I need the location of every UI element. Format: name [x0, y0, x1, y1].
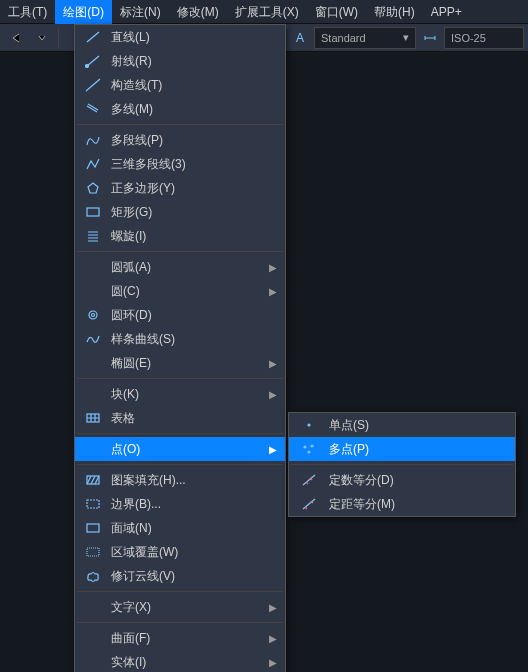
- menu-modify[interactable]: 修改(M): [169, 0, 227, 24]
- menu-item-rect-icon[interactable]: 矩形(G): [75, 200, 285, 224]
- submenu-item-measure-icon[interactable]: 定距等分(M): [289, 492, 515, 516]
- blank-icon: [83, 441, 103, 457]
- hatch-icon: [83, 472, 103, 488]
- menu-item-label: 曲面(F): [111, 630, 277, 647]
- menu-item-label: 修订云线(V): [111, 568, 277, 585]
- combo-iso-value: ISO-25: [451, 32, 486, 44]
- tool-dropdown-icon[interactable]: [30, 26, 54, 50]
- menu-item-spline-icon[interactable]: 样条曲线(S): [75, 327, 285, 351]
- menu-item-label: 边界(B)...: [111, 496, 277, 513]
- menu-item-椭圆(E)[interactable]: 椭圆(E)▶: [75, 351, 285, 375]
- menu-item-label: 圆(C): [111, 283, 277, 300]
- menu-item-label: 正多边形(Y): [111, 180, 277, 197]
- menu-separator: [77, 251, 283, 252]
- menu-item-helix-icon[interactable]: 螺旋(I): [75, 224, 285, 248]
- menu-item-label: 多线(M): [111, 101, 277, 118]
- menu-item-圆(C)[interactable]: 圆(C)▶: [75, 279, 285, 303]
- menu-item-mline-icon[interactable]: 多线(M): [75, 97, 285, 121]
- svg-point-9: [308, 424, 310, 426]
- menu-separator: [291, 464, 513, 465]
- spline-icon: [83, 331, 103, 347]
- tool-dim-icon[interactable]: [418, 26, 442, 50]
- svg-rect-8: [87, 548, 99, 556]
- tool-undo-icon[interactable]: [4, 26, 28, 50]
- svg-rect-7: [87, 524, 99, 532]
- chevron-right-icon: ▶: [269, 358, 277, 369]
- blank-icon: [83, 283, 103, 299]
- menu-extend[interactable]: 扩展工具(X): [227, 0, 307, 24]
- menu-item-wipeout-icon[interactable]: 区域覆盖(W): [75, 540, 285, 564]
- menu-item-pline3d-icon[interactable]: 三维多段线(3): [75, 152, 285, 176]
- menu-item-xline-icon[interactable]: 构造线(T): [75, 73, 285, 97]
- blank-icon: [83, 630, 103, 646]
- pline3d-icon: [83, 156, 103, 172]
- chevron-right-icon: ▶: [269, 444, 277, 455]
- menu-draw[interactable]: 绘图(D): [55, 0, 112, 24]
- menu-item-line-icon[interactable]: 直线(L): [75, 25, 285, 49]
- pline-icon: [83, 132, 103, 148]
- menu-item-polygon-icon[interactable]: 正多边形(Y): [75, 176, 285, 200]
- xline-icon: [83, 77, 103, 93]
- menu-item-块(K)[interactable]: 块(K)▶: [75, 382, 285, 406]
- submenu-item-point-multi-icon[interactable]: 多点(P): [289, 437, 515, 461]
- tool-a-icon[interactable]: A: [288, 26, 312, 50]
- blank-icon: [83, 259, 103, 275]
- menu-item-label: 区域覆盖(W): [111, 544, 277, 561]
- svg-rect-1: [87, 208, 99, 216]
- menu-item-label: 图案填充(H)...: [111, 472, 277, 489]
- menu-item-label: 圆弧(A): [111, 259, 277, 276]
- point-single-icon: [297, 417, 321, 433]
- menu-window[interactable]: 窗口(W): [307, 0, 366, 24]
- menu-item-圆弧(A)[interactable]: 圆弧(A)▶: [75, 255, 285, 279]
- menu-help[interactable]: 帮助(H): [366, 0, 423, 24]
- revcloud-icon: [83, 568, 103, 584]
- menu-item-点(O)[interactable]: 点(O)▶: [75, 437, 285, 461]
- blank-icon: [83, 654, 103, 670]
- submenu-item-label: 定数等分(D): [329, 472, 507, 489]
- menu-item-pline-icon[interactable]: 多段线(P): [75, 128, 285, 152]
- combo-standard-value: Standard: [321, 32, 366, 44]
- menu-item-donut-icon[interactable]: 圆环(D): [75, 303, 285, 327]
- submenu-item-point-single-icon[interactable]: 单点(S): [289, 413, 515, 437]
- menu-item-label: 面域(N): [111, 520, 277, 537]
- menu-item-曲面(F)[interactable]: 曲面(F)▶: [75, 626, 285, 650]
- menu-item-ray-icon[interactable]: 射线(R): [75, 49, 285, 73]
- menu-dimension[interactable]: 标注(N): [112, 0, 169, 24]
- combo-iso[interactable]: ISO-25: [444, 27, 524, 49]
- mline-icon: [83, 101, 103, 117]
- menu-item-label: 表格: [111, 410, 277, 427]
- menu-item-label: 样条曲线(S): [111, 331, 277, 348]
- menubar: 工具(T) 绘图(D) 标注(N) 修改(M) 扩展工具(X) 窗口(W) 帮助…: [0, 0, 528, 24]
- point-submenu: 单点(S)多点(P)定数等分(D)定距等分(M): [288, 412, 516, 517]
- chevron-down-icon: ▾: [403, 31, 409, 44]
- menu-item-boundary-icon[interactable]: 边界(B)...: [75, 492, 285, 516]
- submenu-item-divide-icon[interactable]: 定数等分(D): [289, 468, 515, 492]
- wipeout-icon: [83, 544, 103, 560]
- menu-item-region-icon[interactable]: 面域(N): [75, 516, 285, 540]
- menu-item-实体(I)[interactable]: 实体(I)▶: [75, 650, 285, 672]
- menu-app[interactable]: APP+: [423, 0, 470, 24]
- menu-item-label: 三维多段线(3): [111, 156, 277, 173]
- line-icon: [83, 29, 103, 45]
- menu-item-label: 点(O): [111, 441, 277, 458]
- menu-item-label: 螺旋(I): [111, 228, 277, 245]
- menu-item-hatch-icon[interactable]: 图案填充(H)...: [75, 468, 285, 492]
- rect-icon: [83, 204, 103, 220]
- blank-icon: [83, 599, 103, 615]
- menu-item-label: 直线(L): [111, 29, 277, 46]
- svg-point-0: [86, 65, 89, 68]
- svg-point-2: [89, 311, 97, 319]
- boundary-icon: [83, 496, 103, 512]
- menu-item-label: 多段线(P): [111, 132, 277, 149]
- menu-item-revcloud-icon[interactable]: 修订云线(V): [75, 564, 285, 588]
- blank-icon: [83, 386, 103, 402]
- menu-separator: [77, 591, 283, 592]
- menu-item-label: 文字(X): [111, 599, 277, 616]
- combo-standard[interactable]: Standard ▾: [314, 27, 416, 49]
- menu-tools[interactable]: 工具(T): [0, 0, 55, 24]
- chevron-right-icon: ▶: [269, 286, 277, 297]
- menu-item-文字(X)[interactable]: 文字(X)▶: [75, 595, 285, 619]
- menu-item-table-icon[interactable]: 表格: [75, 406, 285, 430]
- svg-point-10: [304, 446, 306, 448]
- donut-icon: [83, 307, 103, 323]
